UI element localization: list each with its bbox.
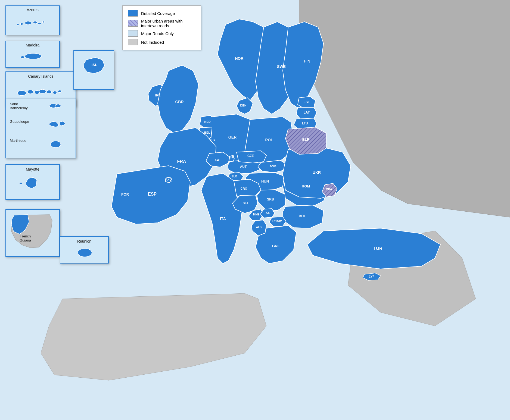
label-cze: CZE — [247, 154, 254, 158]
label-cyp: CYP — [369, 275, 375, 278]
label-aut: AUT — [240, 165, 247, 169]
inset-french-guiana: FrenchGuiana — [5, 209, 60, 257]
inset-carib-group: SaintBarthelemy Guadeloupe Martinique — [5, 99, 76, 158]
svg-point-10 — [21, 56, 24, 58]
inset-iceland: ISL — [73, 50, 114, 90]
inset-azores: Azores — [5, 5, 60, 35]
label-saint-barthelemy: SaintBarthelemy — [10, 102, 28, 110]
inset-reunion-label: Reunion — [60, 239, 108, 243]
label-est: EST — [303, 100, 310, 104]
inset-mayotte-label: Mayotte — [6, 167, 59, 171]
legend-swatch-blue — [128, 10, 138, 17]
svg-point-14 — [39, 89, 46, 93]
svg-point-16 — [53, 91, 57, 94]
label-irl: IRL — [155, 93, 161, 97]
label-cro: CRO — [241, 187, 247, 190]
svg-text:ISL: ISL — [92, 63, 97, 67]
svg-point-15 — [47, 90, 52, 94]
svg-point-13 — [35, 91, 39, 94]
label-svk: SVK — [270, 164, 277, 168]
svg-point-17 — [58, 90, 61, 93]
label-ukr: UKR — [313, 170, 321, 175]
label-pol: POL — [265, 138, 273, 142]
label-lux: LUX — [210, 139, 215, 142]
label-fra: FRA — [177, 159, 186, 164]
legend-item-none: Not Included — [128, 39, 195, 45]
label-ned: NED — [204, 120, 210, 123]
label-alb: ALB — [256, 226, 262, 229]
legend-label-urban: Major urban areas with intertown roads — [141, 19, 195, 28]
inset-mayotte: Mayotte — [5, 164, 60, 200]
label-fyrom: FYROM — [272, 220, 282, 222]
svg-point-7 — [17, 24, 19, 25]
label-ita: ITA — [220, 217, 226, 221]
label-gbr: GBR — [175, 100, 184, 104]
label-mne: MNE — [253, 213, 259, 216]
legend-label-major: Major Roads Only — [141, 31, 174, 36]
label-por: POR — [121, 192, 129, 196]
label-lie: LIE — [230, 156, 234, 159]
label-tur: TUR — [374, 246, 383, 251]
svg-point-6 — [20, 23, 23, 25]
inset-canary-islands-label: Canary Islands — [6, 74, 76, 79]
label-and: AND — [166, 178, 172, 181]
label-lat: LAT — [304, 111, 310, 114]
legend-swatch-hatch — [128, 20, 138, 27]
label-ger: GER — [228, 135, 237, 139]
svg-point-8 — [42, 21, 45, 23]
svg-point-9 — [25, 54, 42, 59]
label-srb: SRB — [267, 198, 274, 201]
label-gre: GRE — [272, 244, 280, 248]
svg-point-22 — [20, 183, 23, 184]
svg-point-20 — [55, 104, 61, 108]
legend-item-major: Major Roads Only — [128, 30, 195, 37]
svg-point-23 — [78, 249, 92, 257]
inset-madeira-label: Madeira — [6, 43, 59, 47]
label-hun: HUN — [261, 179, 269, 183]
inset-reunion: Reunion — [60, 236, 109, 264]
label-slo: SLO — [232, 175, 237, 178]
label-ltu: LTU — [302, 121, 308, 125]
legend-item-detailed: Detailed Coverage — [128, 10, 195, 17]
label-swe: SWE — [277, 64, 286, 69]
svg-point-21 — [51, 141, 61, 148]
label-bul: BUL — [299, 214, 306, 218]
legend-item-urban: Major urban areas with intertown roads — [128, 19, 195, 28]
inset-french-guiana-label: FrenchGuiana — [20, 234, 31, 242]
svg-point-11 — [17, 91, 26, 96]
label-guadeloupe: Guadeloupe — [10, 120, 29, 124]
label-blr: BLR — [302, 137, 310, 142]
label-fin: FIN — [304, 59, 310, 63]
svg-point-12 — [27, 90, 33, 94]
label-esp: ESP — [148, 192, 157, 196]
inset-madeira: Madeira — [5, 41, 60, 68]
label-bel: BEL — [204, 131, 210, 134]
legend-label-detailed: Detailed Coverage — [141, 11, 175, 16]
legend-swatch-gray — [128, 39, 138, 45]
legend-swatch-light — [128, 30, 138, 37]
label-mda: MDA — [326, 188, 332, 191]
label-rom: ROM — [302, 184, 310, 188]
svg-point-5 — [38, 23, 41, 25]
label-den: DEN — [240, 104, 246, 107]
svg-point-3 — [25, 21, 31, 25]
legend-label-none: Not Included — [141, 40, 164, 45]
label-ks: KS — [266, 211, 270, 214]
label-swi: SWI — [215, 158, 220, 161]
map-legend: Detailed Coverage Major urban areas with… — [122, 5, 201, 50]
inset-azores-label: Azores — [6, 8, 59, 12]
label-martinique: Martinique — [10, 139, 26, 143]
label-bih: BIH — [243, 202, 248, 205]
svg-point-4 — [33, 21, 37, 24]
label-nor: NOR — [235, 56, 243, 61]
